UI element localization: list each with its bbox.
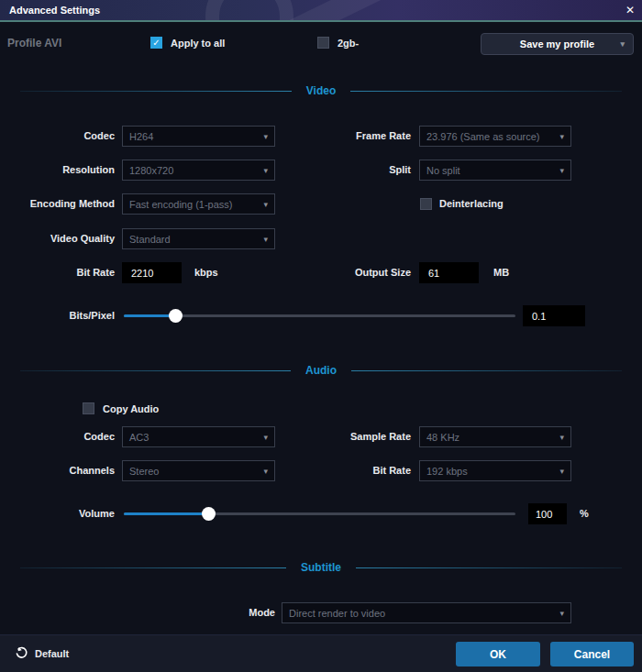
video-row-resolution-split: Resolution 1280x720 ▾ Split No split ▾ <box>0 160 642 181</box>
copy-audio-row: Copy Audio <box>0 402 642 415</box>
chevron-down-icon: ▾ <box>263 166 268 175</box>
chevron-down-icon: ▾ <box>620 39 625 49</box>
save-profile-label: Save my profile <box>520 39 594 50</box>
audio-codec-dropdown[interactable]: AC3 ▾ <box>122 426 275 447</box>
video-bit-rate-unit: kbps <box>194 262 218 283</box>
divider <box>20 91 292 92</box>
volume-label: Volume <box>79 503 115 524</box>
footer-bar: Default OK Cancel <box>0 634 642 672</box>
chevron-down-icon: ▾ <box>263 200 268 209</box>
chevron-down-icon: ▾ <box>263 433 268 442</box>
encoding-method-value: Fast encoding (1-pass) <box>129 199 233 210</box>
bits-pixel-row: Bits/Pixel <box>0 305 642 326</box>
titlebar: Advanced Settings ✕ <box>0 0 642 20</box>
slider-handle[interactable] <box>202 507 216 521</box>
audio-bit-rate-value: 192 kbps <box>426 466 468 477</box>
copy-audio-checkbox[interactable] <box>83 402 94 414</box>
default-label: Default <box>35 648 69 659</box>
volume-slider[interactable] <box>124 512 515 515</box>
frame-rate-value: 23.976 (Same as source) <box>426 131 540 142</box>
channels-dropdown[interactable]: Stereo ▾ <box>122 460 275 481</box>
subtitle-mode-dropdown[interactable]: Direct render to video ▾ <box>282 602 571 623</box>
video-codec-value: H264 <box>129 131 153 142</box>
chevron-down-icon: ▾ <box>559 467 564 476</box>
default-button[interactable]: Default <box>15 646 69 660</box>
ok-button[interactable]: OK <box>456 642 540 666</box>
subtitle-section-title: Subtitle <box>301 561 341 574</box>
frame-rate-dropdown[interactable]: 23.976 (Same as source) ▾ <box>419 126 571 147</box>
divider <box>20 370 291 371</box>
output-size-label: Output Size <box>355 262 411 283</box>
frame-rate-label: Frame Rate <box>356 126 411 147</box>
size-limit-label: 2gb- <box>338 37 359 50</box>
sample-rate-value: 48 KHz <box>426 432 459 443</box>
output-size-input[interactable] <box>419 262 479 283</box>
apply-to-all-checkbox[interactable] <box>150 37 162 49</box>
titlebar-accent-line <box>0 20 642 22</box>
sample-rate-dropdown[interactable]: 48 KHz ▾ <box>419 426 571 447</box>
slider-fill <box>124 512 208 515</box>
subtitle-mode-value: Direct render to video <box>289 608 385 619</box>
cancel-label: Cancel <box>574 648 610 661</box>
window-title: Advanced Settings <box>9 0 100 20</box>
audio-codec-label: Codec <box>83 426 115 447</box>
video-codec-dropdown[interactable]: H264 ▾ <box>122 126 275 147</box>
slider-fill <box>124 314 175 317</box>
video-row-encoding-deinterlacing: Encoding Method Fast encoding (1-pass) ▾… <box>0 193 642 215</box>
volume-unit: % <box>580 503 589 524</box>
deinterlacing-checkbox[interactable] <box>420 198 432 210</box>
bits-pixel-slider[interactable] <box>124 314 515 317</box>
audio-row-codec-samplerate: Codec AC3 ▾ Sample Rate 48 KHz ▾ <box>0 426 642 447</box>
encoding-method-label: Encoding Method <box>30 193 115 215</box>
divider <box>356 567 622 568</box>
copy-audio-label: Copy Audio <box>103 402 159 415</box>
audio-section-title: Audio <box>305 364 337 377</box>
codec-label: Codec <box>83 126 115 147</box>
divider <box>20 567 286 568</box>
chevron-down-icon: ▾ <box>559 433 564 442</box>
split-label: Split <box>389 160 411 181</box>
channels-label: Channels <box>69 460 115 481</box>
audio-bit-rate-dropdown[interactable]: 192 kbps ▾ <box>419 460 571 481</box>
video-bit-rate-input[interactable] <box>122 262 182 283</box>
encoding-method-dropdown[interactable]: Fast encoding (1-pass) ▾ <box>122 193 275 215</box>
cancel-button[interactable]: Cancel <box>550 642 634 666</box>
advanced-settings-dialog: Advanced Settings ✕ Profile AVI Apply to… <box>0 0 642 672</box>
bits-pixel-label: Bits/Pixel <box>69 305 115 326</box>
logo-ring-graphic <box>205 0 293 20</box>
video-row-codec-framerate: Codec H264 ▾ Frame Rate 23.976 (Same as … <box>0 126 642 147</box>
video-row-bitrate-outputsize: Bit Rate kbps Output Size MB <box>0 262 642 283</box>
video-quality-value: Standard <box>129 234 171 245</box>
chevron-down-icon: ▾ <box>559 132 564 141</box>
deinterlacing-label: Deinterlacing <box>439 193 504 215</box>
apply-to-all-label: Apply to all <box>171 37 225 50</box>
reset-icon <box>15 646 28 660</box>
size-limit-checkbox[interactable] <box>317 37 329 49</box>
slider-handle[interactable] <box>169 309 183 323</box>
audio-row-channels-bitrate: Channels Stereo ▾ Bit Rate 192 kbps ▾ <box>0 460 642 481</box>
resolution-dropdown[interactable]: 1280x720 ▾ <box>122 160 275 181</box>
video-section-header: Video <box>0 84 642 97</box>
divider <box>350 91 622 92</box>
audio-section-header: Audio <box>0 364 642 377</box>
profile-label: Profile AVI <box>7 37 61 50</box>
chevron-down-icon: ▾ <box>263 467 268 476</box>
audio-codec-value: AC3 <box>129 432 149 443</box>
subtitle-section-header: Subtitle <box>0 561 642 574</box>
volume-input[interactable] <box>528 503 567 524</box>
split-value: No split <box>426 165 460 176</box>
chevron-down-icon: ▾ <box>263 235 268 244</box>
save-profile-button[interactable]: Save my profile ▾ <box>481 33 634 55</box>
split-dropdown[interactable]: No split ▾ <box>419 160 571 181</box>
audio-bit-rate-label: Bit Rate <box>372 460 411 481</box>
mode-label: Mode <box>249 602 275 623</box>
divider <box>351 370 622 371</box>
subtitle-mode-row: Mode Direct render to video ▾ <box>0 602 642 623</box>
video-quality-dropdown[interactable]: Standard ▾ <box>122 228 275 249</box>
video-row-quality: Video Quality Standard ▾ <box>0 228 642 249</box>
video-bit-rate-label: Bit Rate <box>76 262 115 283</box>
volume-row: Volume % <box>0 503 642 524</box>
close-icon[interactable]: ✕ <box>625 0 635 20</box>
resolution-value: 1280x720 <box>129 165 173 176</box>
bits-pixel-input[interactable] <box>523 305 585 326</box>
